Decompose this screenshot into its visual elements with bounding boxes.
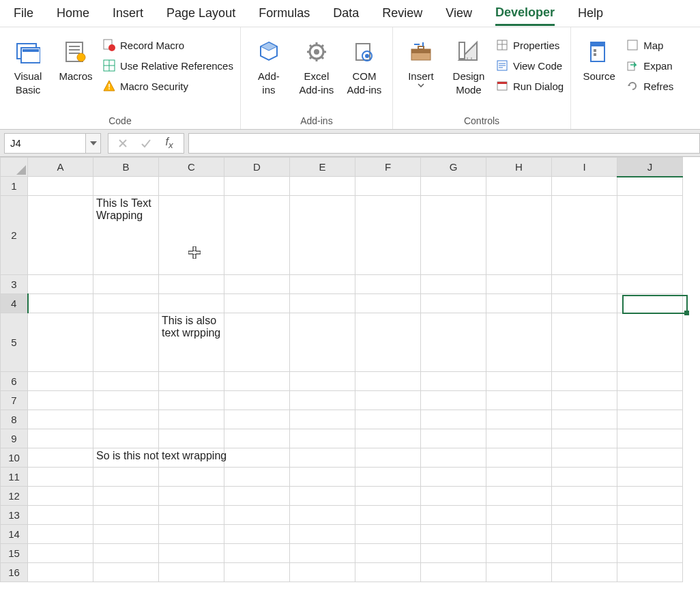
row-head-14[interactable]: 14 xyxy=(1,525,28,544)
cell-G9[interactable] xyxy=(421,429,486,448)
cell-D14[interactable] xyxy=(224,525,290,544)
cell-A11[interactable] xyxy=(28,468,93,487)
cell-F13[interactable] xyxy=(355,506,421,525)
cell-C8[interactable] xyxy=(159,410,224,429)
cell-G5[interactable] xyxy=(421,313,486,372)
select-all-corner[interactable] xyxy=(1,158,28,177)
properties-button[interactable]: Properties xyxy=(495,38,564,52)
cell-D5[interactable] xyxy=(224,313,290,372)
cell-J8[interactable] xyxy=(617,410,683,429)
addins-button[interactable]: Add- ins xyxy=(248,35,290,96)
macro-security-button[interactable]: ! Macro Security xyxy=(102,79,233,93)
excel-addins-button[interactable]: Excel Add-ins xyxy=(295,35,338,96)
map-properties-button[interactable]: Map xyxy=(626,38,673,52)
row-head-3[interactable]: 3 xyxy=(1,275,28,294)
cell-A7[interactable] xyxy=(28,391,93,410)
expansion-packs-button[interactable]: Expan xyxy=(626,59,673,72)
cell-J7[interactable] xyxy=(617,391,683,410)
tab-help[interactable]: Help xyxy=(578,2,603,25)
row-head-12[interactable]: 12 xyxy=(1,487,28,506)
cell-E4[interactable] xyxy=(290,294,355,313)
cell-B16[interactable] xyxy=(93,563,159,582)
refresh-data-button[interactable]: Refres xyxy=(626,79,673,93)
insert-control-button[interactable]: Insert xyxy=(400,35,442,87)
cell-J9[interactable] xyxy=(617,429,683,448)
row-head-5[interactable]: 5 xyxy=(1,313,28,372)
cell-H5[interactable] xyxy=(486,313,552,372)
col-head-A[interactable]: A xyxy=(28,158,93,177)
cell-D10[interactable] xyxy=(224,448,290,468)
cell-H4[interactable] xyxy=(486,294,552,313)
cell-H9[interactable] xyxy=(486,429,552,448)
cell-F7[interactable] xyxy=(355,391,421,410)
cell-J15[interactable] xyxy=(617,544,683,563)
row-head-2[interactable]: 2 xyxy=(1,196,28,275)
cell-H1[interactable] xyxy=(486,177,552,196)
cell-I14[interactable] xyxy=(552,525,617,544)
cell-D16[interactable] xyxy=(224,563,290,582)
cell-G15[interactable] xyxy=(421,544,486,563)
col-head-D[interactable]: D xyxy=(224,158,290,177)
cell-D8[interactable] xyxy=(224,410,290,429)
row-head-4[interactable]: 4 xyxy=(1,294,28,313)
cell-F15[interactable] xyxy=(355,544,421,563)
cell-B1[interactable] xyxy=(93,177,159,196)
cell-G10[interactable] xyxy=(421,448,486,468)
cell-I12[interactable] xyxy=(552,487,617,506)
row-head-7[interactable]: 7 xyxy=(1,391,28,410)
cell-E10[interactable] xyxy=(290,448,355,468)
tab-developer[interactable]: Developer xyxy=(495,1,555,26)
cell-D1[interactable] xyxy=(224,177,290,196)
cell-J1[interactable] xyxy=(617,177,683,196)
cell-C6[interactable] xyxy=(159,372,224,391)
cell-B5[interactable] xyxy=(93,313,159,372)
cell-B12[interactable] xyxy=(93,487,159,506)
view-code-button[interactable]: View Code xyxy=(495,59,564,72)
cell-H16[interactable] xyxy=(486,563,552,582)
cell-J4[interactable] xyxy=(617,294,683,313)
cell-C12[interactable] xyxy=(159,487,224,506)
cell-H7[interactable] xyxy=(486,391,552,410)
cell-H14[interactable] xyxy=(486,525,552,544)
com-addins-button[interactable]: COM Add-ins xyxy=(343,35,385,96)
cell-D9[interactable] xyxy=(224,429,290,448)
cell-J3[interactable] xyxy=(617,275,683,294)
cell-A12[interactable] xyxy=(28,487,93,506)
cell-B9[interactable] xyxy=(93,429,159,448)
cell-H15[interactable] xyxy=(486,544,552,563)
cell-G12[interactable] xyxy=(421,487,486,506)
cell-F5[interactable] xyxy=(355,313,421,372)
cell-E3[interactable] xyxy=(290,275,355,294)
cell-J12[interactable] xyxy=(617,487,683,506)
cell-A9[interactable] xyxy=(28,429,93,448)
cell-H13[interactable] xyxy=(486,506,552,525)
cell-D12[interactable] xyxy=(224,487,290,506)
cell-F1[interactable] xyxy=(355,177,421,196)
cell-E5[interactable] xyxy=(290,313,355,372)
cell-E15[interactable] xyxy=(290,544,355,563)
row-head-13[interactable]: 13 xyxy=(1,506,28,525)
cell-J6[interactable] xyxy=(617,372,683,391)
cell-D15[interactable] xyxy=(224,544,290,563)
cell-C16[interactable] xyxy=(159,563,224,582)
cell-E6[interactable] xyxy=(290,372,355,391)
cell-G4[interactable] xyxy=(421,294,486,313)
cell-J5[interactable] xyxy=(617,313,683,372)
cell-J13[interactable] xyxy=(617,506,683,525)
row-head-6[interactable]: 6 xyxy=(1,372,28,391)
col-head-B[interactable]: B xyxy=(93,158,159,177)
cell-G14[interactable] xyxy=(421,525,486,544)
tab-review[interactable]: Review xyxy=(382,2,422,25)
cell-F9[interactable] xyxy=(355,429,421,448)
cell-B13[interactable] xyxy=(93,506,159,525)
cell-J16[interactable] xyxy=(617,563,683,582)
macros-button[interactable]: Macros xyxy=(55,35,97,83)
cell-C4[interactable] xyxy=(159,294,224,313)
cell-D6[interactable] xyxy=(224,372,290,391)
cell-J2[interactable] xyxy=(617,196,683,275)
col-head-J[interactable]: J xyxy=(617,158,683,177)
cell-E8[interactable] xyxy=(290,410,355,429)
cell-H6[interactable] xyxy=(486,372,552,391)
cell-E2[interactable] xyxy=(290,196,355,275)
cell-A14[interactable] xyxy=(28,525,93,544)
